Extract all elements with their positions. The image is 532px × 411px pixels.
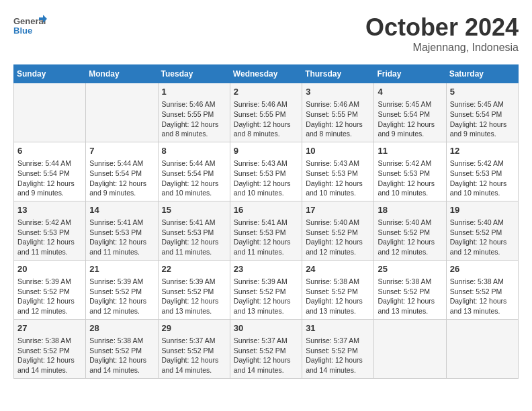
sunset-text: Sunset: 5:52 PM: [306, 346, 370, 356]
sunrise-text: Sunrise: 5:45 AM: [450, 99, 515, 109]
daylight-text: Daylight: 12 hours and 10 minutes.: [162, 179, 226, 198]
day-number: 20: [17, 263, 82, 275]
weekday-header-row: SundayMondayTuesdayWednesdayThursdayFrid…: [14, 65, 519, 83]
day-number: 29: [162, 322, 226, 334]
daylight-text: Daylight: 12 hours and 9 minutes.: [17, 179, 82, 198]
day-number: 17: [306, 204, 370, 216]
daylight-text: Daylight: 12 hours and 11 minutes.: [17, 237, 82, 257]
sunset-text: Sunset: 5:52 PM: [17, 346, 82, 356]
calendar-cell: 28Sunrise: 5:38 AMSunset: 5:52 PMDayligh…: [86, 319, 158, 378]
day-number: 10: [306, 145, 370, 157]
daylight-text: Daylight: 12 hours and 14 minutes.: [89, 355, 154, 375]
sunrise-text: Sunrise: 5:45 AM: [378, 99, 442, 109]
calendar-cell: 5Sunrise: 5:45 AMSunset: 5:54 PMDaylight…: [446, 83, 518, 142]
sunset-text: Sunset: 5:53 PM: [306, 169, 370, 179]
sunrise-text: Sunrise: 5:46 AM: [162, 99, 226, 109]
weekday-tuesday: Tuesday: [158, 65, 230, 83]
sunset-text: Sunset: 5:54 PM: [378, 109, 442, 120]
day-number: 16: [234, 204, 298, 216]
logo-icon: General Blue: [13, 13, 47, 40]
daylight-text: Daylight: 12 hours and 11 minutes.: [234, 237, 298, 257]
calendar-week-1: 1Sunrise: 5:46 AMSunset: 5:55 PMDaylight…: [14, 83, 519, 142]
daylight-text: Daylight: 12 hours and 11 minutes.: [89, 237, 154, 257]
sunrise-text: Sunrise: 5:42 AM: [378, 158, 442, 169]
sunset-text: Sunset: 5:52 PM: [306, 287, 370, 297]
sunset-text: Sunset: 5:55 PM: [162, 109, 226, 120]
calendar-cell: 25Sunrise: 5:38 AMSunset: 5:52 PMDayligh…: [374, 260, 446, 319]
calendar-cell: 23Sunrise: 5:39 AMSunset: 5:52 PMDayligh…: [230, 260, 302, 319]
daylight-text: Daylight: 12 hours and 10 minutes.: [234, 179, 298, 198]
sunrise-text: Sunrise: 5:41 AM: [234, 218, 298, 228]
weekday-sunday: Sunday: [14, 65, 86, 83]
sunset-text: Sunset: 5:54 PM: [450, 109, 515, 120]
daylight-text: Daylight: 12 hours and 8 minutes.: [234, 120, 298, 139]
calendar-cell: [446, 319, 518, 378]
daylight-text: Daylight: 12 hours and 11 minutes.: [162, 237, 226, 257]
calendar-week-4: 20Sunrise: 5:39 AMSunset: 5:52 PMDayligh…: [14, 260, 519, 319]
sunset-text: Sunset: 5:53 PM: [17, 228, 82, 238]
day-number: 23: [234, 263, 298, 275]
weekday-monday: Monday: [86, 65, 158, 83]
calendar-cell: 1Sunrise: 5:46 AMSunset: 5:55 PMDaylight…: [158, 83, 230, 142]
sunrise-text: Sunrise: 5:38 AM: [306, 277, 370, 287]
sunrise-text: Sunrise: 5:38 AM: [378, 277, 442, 287]
sunrise-text: Sunrise: 5:39 AM: [17, 277, 82, 287]
calendar-cell: 30Sunrise: 5:37 AMSunset: 5:52 PMDayligh…: [230, 319, 302, 378]
daylight-text: Daylight: 12 hours and 9 minutes.: [378, 120, 442, 139]
daylight-text: Daylight: 12 hours and 12 minutes.: [378, 237, 442, 257]
sunrise-text: Sunrise: 5:42 AM: [450, 158, 515, 169]
calendar-header: SundayMondayTuesdayWednesdayThursdayFrid…: [14, 65, 519, 83]
sunset-text: Sunset: 5:52 PM: [89, 287, 154, 297]
day-number: 6: [17, 145, 82, 157]
sunset-text: Sunset: 5:53 PM: [378, 169, 442, 179]
daylight-text: Daylight: 12 hours and 13 minutes.: [306, 296, 370, 316]
daylight-text: Daylight: 12 hours and 14 minutes.: [306, 355, 370, 375]
sunset-text: Sunset: 5:52 PM: [378, 287, 442, 297]
calendar-cell: 11Sunrise: 5:42 AMSunset: 5:53 PMDayligh…: [374, 142, 446, 201]
sunset-text: Sunset: 5:52 PM: [89, 346, 154, 356]
calendar-week-5: 27Sunrise: 5:38 AMSunset: 5:52 PMDayligh…: [14, 319, 519, 378]
daylight-text: Daylight: 12 hours and 8 minutes.: [306, 120, 370, 139]
calendar-week-3: 13Sunrise: 5:42 AMSunset: 5:53 PMDayligh…: [14, 201, 519, 260]
calendar-cell: 20Sunrise: 5:39 AMSunset: 5:52 PMDayligh…: [14, 260, 86, 319]
calendar-table: SundayMondayTuesdayWednesdayThursdayFrid…: [13, 64, 519, 379]
daylight-text: Daylight: 12 hours and 14 minutes.: [162, 355, 226, 375]
page-header: General Blue October 2024 Majennang, Ind…: [13, 13, 519, 54]
sunrise-text: Sunrise: 5:46 AM: [234, 99, 298, 109]
sunset-text: Sunset: 5:52 PM: [234, 287, 298, 297]
sunset-text: Sunset: 5:53 PM: [162, 228, 226, 238]
day-number: 25: [378, 263, 442, 275]
day-number: 5: [450, 86, 515, 98]
daylight-text: Daylight: 12 hours and 12 minutes.: [306, 237, 370, 257]
sunset-text: Sunset: 5:53 PM: [450, 169, 515, 179]
sunrise-text: Sunrise: 5:42 AM: [17, 218, 82, 228]
calendar-cell: 17Sunrise: 5:40 AMSunset: 5:52 PMDayligh…: [302, 201, 374, 260]
sunset-text: Sunset: 5:52 PM: [450, 287, 515, 297]
day-number: 19: [450, 204, 515, 216]
calendar-cell: 27Sunrise: 5:38 AMSunset: 5:52 PMDayligh…: [14, 319, 86, 378]
day-number: 14: [89, 204, 154, 216]
daylight-text: Daylight: 12 hours and 14 minutes.: [234, 355, 298, 375]
calendar-cell: 14Sunrise: 5:41 AMSunset: 5:53 PMDayligh…: [86, 201, 158, 260]
calendar-cell: 22Sunrise: 5:39 AMSunset: 5:52 PMDayligh…: [158, 260, 230, 319]
sunset-text: Sunset: 5:52 PM: [450, 228, 515, 238]
calendar-cell: 29Sunrise: 5:37 AMSunset: 5:52 PMDayligh…: [158, 319, 230, 378]
calendar-cell: 13Sunrise: 5:42 AMSunset: 5:53 PMDayligh…: [14, 201, 86, 260]
day-number: 1: [162, 86, 226, 98]
sunrise-text: Sunrise: 5:37 AM: [234, 336, 298, 346]
sunset-text: Sunset: 5:52 PM: [162, 346, 226, 356]
sunrise-text: Sunrise: 5:43 AM: [306, 158, 370, 169]
day-number: 28: [89, 322, 154, 334]
daylight-text: Daylight: 12 hours and 12 minutes.: [89, 296, 154, 316]
sunrise-text: Sunrise: 5:39 AM: [162, 277, 226, 287]
sunrise-text: Sunrise: 5:38 AM: [450, 277, 515, 287]
logo: General Blue: [13, 13, 47, 40]
sunrise-text: Sunrise: 5:44 AM: [162, 158, 226, 169]
calendar-cell: 15Sunrise: 5:41 AMSunset: 5:53 PMDayligh…: [158, 201, 230, 260]
sunrise-text: Sunrise: 5:39 AM: [234, 277, 298, 287]
daylight-text: Daylight: 12 hours and 14 minutes.: [17, 355, 82, 375]
sunset-text: Sunset: 5:54 PM: [89, 169, 154, 179]
calendar-cell: 4Sunrise: 5:45 AMSunset: 5:54 PMDaylight…: [374, 83, 446, 142]
sunset-text: Sunset: 5:53 PM: [234, 228, 298, 238]
sunrise-text: Sunrise: 5:38 AM: [17, 336, 82, 346]
